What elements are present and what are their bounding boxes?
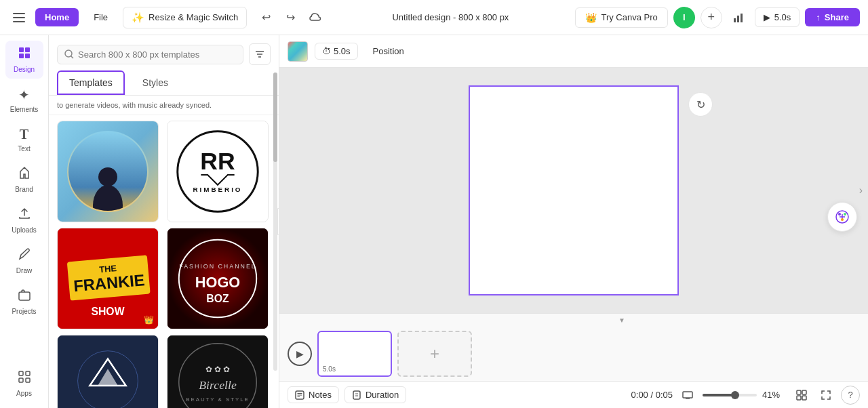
notes-label: Notes (309, 390, 332, 400)
tab-styles[interactable]: Styles (130, 70, 180, 95)
template-card-bircelle[interactable]: ✿ ✿ ✿ Bircelle BEAUTY & STYLE (167, 335, 269, 408)
svg-point-23 (98, 167, 117, 186)
try-pro-button[interactable]: 👑 Try Canva Pro (575, 7, 667, 28)
premium-badge: 👑 (144, 315, 154, 325)
time-display: 0:00 / 0:05 (631, 390, 673, 400)
sidebar-item-elements[interactable]: ✦ Elements (5, 81, 43, 119)
sidebar-item-brand[interactable]: Brand (5, 161, 43, 199)
svg-rect-55 (353, 391, 360, 399)
slide-thumb-1[interactable]: 5.0s (317, 331, 392, 377)
search-input-wrap[interactable] (57, 45, 243, 64)
home-button[interactable]: Home (35, 8, 79, 26)
screen-view-button[interactable] (678, 386, 697, 405)
svg-rect-12 (26, 371, 30, 375)
menu-button[interactable] (8, 7, 30, 28)
sidebar-item-text[interactable]: T Text (5, 121, 43, 158)
svg-text:RIMBERIO: RIMBERIO (193, 186, 242, 193)
timer-icon: ⏱ (322, 46, 331, 56)
canvas-frame[interactable]: ↻ (469, 85, 679, 295)
topbar-center: Untitled design - 800 x 800 px (331, 12, 570, 22)
preview-play-button[interactable]: ▶ 5.0s (755, 7, 800, 27)
svg-rect-1 (13, 17, 25, 18)
text-icon: T (20, 127, 28, 142)
svg-text:SHOW: SHOW (91, 306, 124, 317)
notes-icon (295, 390, 304, 400)
help-button[interactable]: ? (841, 386, 860, 405)
svg-rect-7 (25, 47, 30, 52)
file-button[interactable]: File (84, 8, 117, 26)
svg-line-16 (71, 56, 74, 59)
scroll-right-button[interactable]: › (859, 184, 863, 197)
canvas-area: ⏱ 5.0s Position ↻ › ▼ ▶ (279, 35, 868, 408)
design-icon (18, 46, 31, 63)
crown-icon: 👑 (585, 12, 597, 23)
zoom-slider-thumb[interactable] (731, 391, 739, 399)
template-card-frankie[interactable]: THE FRANKIE SHOW 👑 (57, 228, 159, 329)
duration-button[interactable]: Duration (344, 386, 406, 403)
sidebar-item-apps[interactable]: Apps (5, 365, 43, 403)
user-avatar[interactable]: I (673, 7, 695, 28)
search-input[interactable] (78, 49, 236, 60)
timer-button[interactable]: ⏱ 5.0s (315, 43, 358, 60)
undo-button[interactable]: ↩ (255, 7, 277, 28)
template-card-hogo[interactable]: FASHION CHANNEL HOGO BOZ (167, 228, 269, 329)
main-area: Design ✦ Elements T Text Brand Uploads (0, 35, 868, 408)
text-label: Text (18, 145, 30, 152)
add-slide-icon: + (430, 344, 439, 363)
timeline-play-button[interactable]: ▶ (288, 342, 312, 366)
analytics-button[interactable] (728, 7, 749, 28)
refresh-button[interactable]: ↻ (688, 92, 713, 117)
status-bar: Notes Duration 0:00 / 0:05 41% (279, 381, 868, 408)
timer-label: 5.0s (334, 46, 351, 56)
svg-point-49 (844, 213, 846, 216)
filter-button[interactable] (249, 43, 271, 65)
draw-icon (18, 247, 31, 264)
svg-text:RR: RR (200, 148, 235, 175)
color-swatch[interactable] (288, 41, 308, 62)
design-title: Untitled design - 800 x 800 px (392, 12, 509, 22)
share-icon: ↑ (816, 12, 821, 22)
expand-button[interactable] (816, 386, 835, 405)
template-card-rr[interactable]: RR RIMBERIO (167, 121, 269, 222)
topbar: Home File ✨ Resize & Magic Switch ↩ ↪ Un… (0, 0, 868, 35)
sidebar-item-draw[interactable]: Draw (5, 242, 43, 280)
add-slide-button[interactable]: + (397, 331, 472, 377)
notes-button[interactable]: Notes (288, 386, 339, 403)
resize-magic-switch-button[interactable]: ✨ Resize & Magic Switch (123, 7, 247, 28)
zoom-slider[interactable] (703, 394, 757, 396)
position-button[interactable]: Position (365, 43, 412, 59)
sidebar-item-design[interactable]: Design (5, 41, 43, 79)
svg-rect-14 (26, 378, 30, 382)
share-label: Share (825, 12, 849, 22)
template-card-thynk[interactable]: THYNK UNLIMITED (57, 335, 159, 408)
duration-icon (352, 390, 361, 400)
grid-view-button[interactable] (792, 386, 811, 405)
svg-rect-5 (741, 14, 743, 22)
uploads-icon (18, 207, 31, 224)
svg-rect-58 (683, 392, 692, 398)
play-time-label: 5.0s (774, 12, 791, 22)
svg-rect-62 (797, 396, 801, 400)
topbar-right: 👑 Try Canva Pro I + ▶ 5.0s ↑ Share (575, 7, 860, 28)
redo-button[interactable]: ↪ (279, 7, 301, 28)
slide-time-1: 5.0s (323, 365, 387, 373)
sidebar-item-projects[interactable]: Projects (5, 283, 43, 321)
elements-icon: ✦ (18, 87, 30, 103)
add-collaborator-button[interactable]: + (701, 7, 722, 28)
svg-rect-2 (13, 21, 25, 22)
svg-text:BEAUTY & STYLE: BEAUTY & STYLE (186, 396, 250, 403)
share-button[interactable]: ↑ Share (805, 8, 860, 26)
resize-label: Resize & Magic Switch (149, 12, 238, 22)
brand-icon (18, 166, 31, 183)
magic-expand-button[interactable] (827, 202, 857, 232)
tab-templates[interactable]: Templates (57, 70, 125, 95)
search-bar (49, 35, 279, 70)
svg-point-50 (841, 218, 844, 221)
template-card-silhouette[interactable] (57, 121, 159, 222)
svg-text:✿ ✿ ✿: ✿ ✿ ✿ (205, 365, 230, 374)
svg-rect-6 (19, 47, 24, 52)
svg-text:BOZ: BOZ (206, 293, 229, 304)
save-cloud-button[interactable] (304, 7, 326, 28)
sidebar-item-uploads[interactable]: Uploads (5, 201, 43, 239)
play-icon: ▶ (764, 12, 770, 22)
